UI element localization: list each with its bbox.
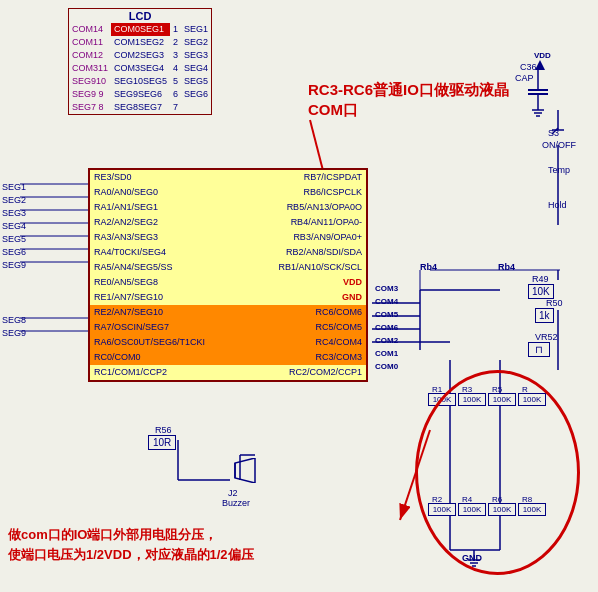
com6-label: COM6 [375,323,398,332]
r49-value-label: R50 [546,298,563,308]
lcd-cell: SEG910 [69,75,111,88]
r3-symbol: 100K [458,393,486,406]
s3-label: S3 [548,128,559,138]
lcd-cell: 5 [170,75,181,88]
lcd-cell: 4 [170,62,181,75]
lcd-cell: COM2SEG3 [111,49,170,62]
lcd-row-7: SEG7 8 SEG8SEG7 7 [69,101,211,114]
lcd-row-5: SEG910 SEG10SEG5 5 SEG5 [69,75,211,88]
ic-pin-left: RA6/OSC0UT/SEG6/T1CKI [90,335,246,350]
c36-value: CAP [515,73,534,83]
r1-symbol: 100K [428,393,456,406]
ic-row: RE0/AN5/SEG8 VDD [90,275,366,290]
j2-label: J2 [228,488,238,498]
ic-pin-left: RA2/AN2/SEG2 [90,215,246,230]
lcd-cell: 6 [170,88,181,101]
lcd-row-3: COM12 COM2SEG3 3 SEG3 [69,49,211,62]
ic-pin-left: RC1/COM1/CCP2 [90,365,246,380]
ic-row-highlighted: RA6/OSC0UT/SEG6/T1CKI RC4/COM4 [90,335,366,350]
r49-label: R49 [532,274,549,284]
ic-pin-right: RB4/AN11/OPA0- [246,215,366,230]
ic-pin-right: RB6/ICSPCLK [246,185,366,200]
ic-pin-left: RE1/AN7/SEG10 [90,290,246,305]
r56-symbol: 10R [148,435,176,450]
seg-label-seg5: SEG5 [2,234,26,244]
ic-pin-right: RC3/COM3 [246,350,366,365]
seg-label-seg9: SEG9 [2,260,26,270]
ic-pin-right: RC4/COM4 [246,335,366,350]
lcd-cell [181,101,211,114]
rb4-label-right: Rb4 [498,262,515,272]
lcd-table: LCD COM14 COM0SEG1 1 SEG1 COM11 COM1SEG2… [68,8,212,115]
ic-row: RC1/COM1/CCP2 RC2/COM2/CCP1 [90,365,366,380]
lcd-cell: 2 [170,36,181,49]
ic-pin-left: RA0/AN0/SEG0 [90,185,246,200]
lcd-cell: SEG8SEG7 [111,101,170,114]
ic-pin-table: RE3/SD0 RB7/ICSPDAT RA0/AN0/SEG0 RB6/ICS… [90,170,366,380]
seg-label-seg3: SEG3 [2,208,26,218]
ic-pin-right: RC5/COM5 [246,320,366,335]
c36-label: C36 [520,62,537,72]
svg-text:VDD: VDD [534,51,551,60]
ic-pin-right: RC2/COM2/CCP1 [246,365,366,380]
lcd-cell: 3 [170,49,181,62]
lcd-row-2: COM11 COM1SEG2 2 SEG2 [69,36,211,49]
ic-pin-right: RB7/ICSPDAT [246,170,366,185]
vr52-label: VR52 [535,332,558,342]
lcd-cell: SEG1 [181,23,211,36]
gnd-bottom-label: GND [462,553,482,563]
seg-label-seg9b: SEG9 [2,328,26,338]
com2-label: COM2 [375,336,398,345]
lcd-title: LCD [69,9,211,23]
ic-row: RE3/SD0 RB7/ICSPDAT [90,170,366,185]
r49-symbol: 10K [528,284,554,299]
lcd-cell: SEG7 8 [69,101,111,114]
lcd-cell: COM3SEG4 [111,62,170,75]
r6-symbol: 100K [488,503,516,516]
vr52-symbol: ⊓ [528,342,550,357]
lcd-cell: COM11 [69,36,111,49]
lcd-cell: COM12 [69,49,111,62]
s3-value: ON/OFF [542,140,576,150]
ic-pin-right: RB1/AN10/SCK/SCL [246,260,366,275]
lcd-cell: 7 [170,101,181,114]
ic-row: RA1/AN1/SEG1 RB5/AN13/OPA0O [90,200,366,215]
ic-pin-right: RB2/AN8/SDI/SDA [246,245,366,260]
ic-pin-left: RA5/AN4/SEG5/SS [90,260,246,275]
lcd-cell: SEG4 [181,62,211,75]
ic-pin-left: RE2/AN7/SEG10 [90,305,246,320]
ic-pin-right: RC6/COM6 [246,305,366,320]
bottom-annotation: 做com口的IO端口外部用电阻分压，使端口电压为1/2VDD，对应液晶的1/2偏… [8,525,254,564]
ic-pin-left: RE0/AN5/SEG8 [90,275,246,290]
com3-label: COM3 [375,284,398,293]
seg-label-seg1: SEG1 [2,182,26,192]
ic-row-highlighted: RA7/OSCIN/SEG7 RC5/COM5 [90,320,366,335]
lcd-row-4: COM311 COM3SEG4 4 SEG4 [69,62,211,75]
ic-pin-left: RC0/COM0 [90,350,246,365]
lcd-cell: COM311 [69,62,111,75]
ic-pin-right: RB3/AN9/OPA0+ [246,230,366,245]
ic-row-highlighted: RE2/AN7/SEG10 RC6/COM6 [90,305,366,320]
lcd-cell: SEG10SEG5 [111,75,170,88]
r56-label: R56 [155,425,172,435]
hold-label: Hold [548,200,567,210]
r7-symbol: 100K [518,393,546,406]
ic-pin-right: RB5/AN13/OPA0O [246,200,366,215]
r4-symbol: 100K [458,503,486,516]
seg-label-seg6: SEG6 [2,247,26,257]
ic-pin-left: RA3/AN3/SEG3 [90,230,246,245]
ic-pin-left: RE3/SD0 [90,170,246,185]
lcd-cell: SEG2 [181,36,211,49]
lcd-pin-table: COM14 COM0SEG1 1 SEG1 COM11 COM1SEG2 2 S… [69,23,211,114]
ic-pin-left: RA7/OSCIN/SEG7 [90,320,246,335]
ic-row: RA0/AN0/SEG0 RB6/ICSPCLK [90,185,366,200]
lcd-cell: COM0SEG1 [111,23,170,36]
r2-symbol: 100K [428,503,456,516]
com0-label: COM0 [375,362,398,371]
ic-row: RA4/T0CKI/SEG4 RB2/AN8/SDI/SDA [90,245,366,260]
r8-symbol: 100K [518,503,546,516]
buzzer-symbol [230,458,260,483]
lcd-cell: 1 [170,23,181,36]
seg-label-seg8: SEG8 [2,315,26,325]
seg-label-seg4: SEG4 [2,221,26,231]
